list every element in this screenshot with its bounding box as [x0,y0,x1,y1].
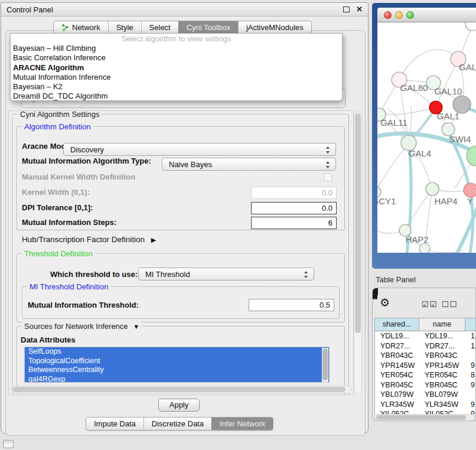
close-icon[interactable]: ✕ [356,6,363,12]
table-row[interactable]: YBR043CYBR043C [375,351,476,361]
which-threshold-select[interactable]: MI Threshold [138,268,314,281]
table-row[interactable]: YBL079WYBL079W [375,390,476,400]
deselect-all-checkboxes-icon[interactable]: ☐☐ [442,300,458,309]
minimize-traffic-light-icon[interactable] [395,11,403,19]
algorithm-option[interactable]: Bayesian – Hill Climbing [11,44,342,53]
tab-select[interactable]: Select [141,21,178,34]
zoom-traffic-light-icon[interactable] [406,11,414,19]
mi-threshold-field[interactable]: 0.5 [249,299,334,311]
table-rows: YDL19...YDL19...13YDR27...YDR27...12YBR0… [375,331,476,414]
network-node[interactable] [419,243,430,253]
table-row[interactable]: YBR045CYBR045C9. [375,380,476,390]
column-header[interactable]: shared... [375,318,419,331]
scrollbar-thumb[interactable] [12,387,345,392]
scrollbar-thumb[interactable] [355,113,361,333]
table-cell: YLR345W [419,400,465,410]
tab-infer-network[interactable]: Infer Network [211,418,273,430]
list-scrollbar[interactable] [322,348,328,383]
dpi-tolerance-field[interactable]: 0.0 [251,202,337,214]
cyni-algorithm-settings-title: Cyni Algorithm Settings [18,110,102,119]
cyni-bottom-tabs: Impute DataDiscretize DataInfer Network [86,417,273,431]
network-node-hap4[interactable] [426,182,439,195]
minimized-panel-icon[interactable] [3,440,14,448]
sources-title-row[interactable]: Sources for Network Inference ▼ [22,322,142,331]
table-row[interactable]: YDL19...YDL19...13 [375,331,476,341]
apply-button[interactable]: Apply [158,399,200,412]
network-edge[interactable] [379,107,436,115]
table-panel: ⚙ ☑☑ ☐☐ shared...name YDL19...YDL19...13… [372,288,476,421]
mi-steps-field[interactable]: 6 [251,217,337,229]
table-panel-title: Table Panel [376,275,416,284]
tab-label: Select [149,23,171,32]
mi-type-select[interactable]: Naive Bayes [162,158,336,171]
data-attribute-item[interactable]: TopologicalCoefficient [25,357,329,366]
tab-network[interactable]: Network [54,21,108,34]
scrollbar-thumb[interactable] [322,348,328,380]
tab-style[interactable]: Style [108,21,141,34]
network-node-y[interactable] [464,183,476,197]
select-all-checkboxes-icon[interactable]: ☑☑ [422,300,438,309]
tab-jactivemnodules[interactable]: jActiveMNodules [238,21,311,34]
network-edge[interactable] [399,50,458,80]
tab-cyni-toolbox[interactable]: Cyni Toolbox [178,21,238,34]
sources-title: Sources for Network Inference [24,322,128,331]
node-attribute-table[interactable]: shared...name YDL19...YDL19...13YDR27...… [374,318,476,414]
network-canvas[interactable]: GALGAL80GAL10GAL1GAL11SWI4GAL4GCY1HAP4YH… [377,22,476,253]
column-header[interactable] [465,318,476,331]
table-horizontal-scrollbar[interactable] [374,414,475,421]
node-label: GCY1 [377,196,396,206]
table-row[interactable]: YIL052CYIL052C9. [375,409,476,414]
table-cell: YBR045C [375,380,419,390]
hub-definition-toggle[interactable]: Hub/Transcription Factor Definition ▶ [22,235,156,244]
table-cell [465,390,476,400]
mi-threshold-label: Mutual Information Threshold: [28,301,139,310]
algorithm-dropdown-popup: Select algorithm to view settings Bayesi… [10,33,343,101]
manual-kernel-checkbox[interactable] [324,173,332,181]
column-header[interactable]: name [419,318,465,331]
data-attributes-list[interactable]: SelfLoopsTopologicalCoefficientBetweenne… [24,347,330,383]
table-header-row[interactable]: shared...name [375,318,476,331]
algorithm-definition-title: Algorithm Definition [22,122,93,131]
table-cell: YIL052C [419,409,465,414]
gear-icon[interactable]: ⚙ [380,297,390,308]
algorithm-option[interactable]: ARACNE Algorithm [11,63,342,73]
panel-window-controls: ✕ [343,6,363,12]
aracne-mode-select[interactable]: Discovery [63,143,336,156]
kernel-width-field[interactable]: 0.0 [251,187,337,199]
data-attribute-item[interactable]: SelfLoops [25,347,329,357]
mi-type-label: Mutual Information Algorithm Type: [22,156,151,166]
network-icon [61,24,69,31]
node-label: GAL11 [380,118,407,128]
algorithm-option[interactable]: Bayesian – K2 [11,82,342,92]
node-label: SWI4 [449,134,471,144]
table-cell: 9. [465,409,476,414]
settings-vertical-scrollbar[interactable] [354,112,362,394]
table-cell: YDR27... [419,341,465,351]
algorithm-option[interactable]: Mutual Information Inference [11,73,342,82]
network-window-titlebar[interactable] [377,8,476,22]
network-node[interactable] [465,22,476,31]
algorithm-option[interactable]: Basic Correlation Inference [11,53,342,63]
tab-impute-data[interactable]: Impute Data [86,418,144,430]
table-row[interactable]: YDR27...YDR27...12 [375,341,476,351]
table-row[interactable]: YLR345WYLR345W9. [375,400,476,410]
tab-label: Style [116,23,133,32]
network-graph: GALGAL80GAL10GAL1GAL11SWI4GAL4GCY1HAP4YH… [377,22,476,253]
tab-label: Impute Data [94,419,136,428]
scrollbar-thumb[interactable] [376,415,466,420]
network-edge[interactable] [377,143,409,192]
network-node[interactable] [453,96,471,113]
data-attribute-item[interactable]: BetweennessCentrality [25,366,329,375]
settings-horizontal-scrollbar[interactable] [10,386,351,393]
data-attribute-item[interactable]: gal4RGexp [25,375,329,383]
tab-discretize-data[interactable]: Discretize Data [144,418,211,430]
table-cell: YBL079W [375,390,419,400]
table-row[interactable]: YER054CYER054C8. [375,370,476,380]
control-panel-titlebar: Control Panel ✕ [1,3,368,17]
table-cell: 8. [465,370,476,380]
float-window-icon[interactable] [343,6,350,12]
dpi-tolerance-label: DPI Tolerance [0,1]: [22,203,93,213]
table-row[interactable]: YPR145WYPR145W9. [375,361,476,371]
close-traffic-light-icon[interactable] [384,11,392,19]
algorithm-option[interactable]: Dream8 DC_TDC Algorithm [11,92,342,101]
